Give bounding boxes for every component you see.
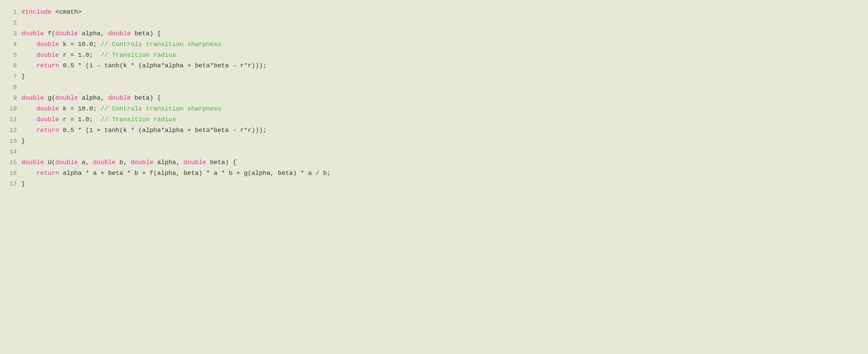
token-kw: double [36,116,59,123]
token-plain: U( [44,159,55,166]
line-number: 6 [9,61,21,71]
line-content: double U(double a, double b, double alph… [21,157,859,168]
code-line: 15double U(double a, double b, double al… [9,157,859,168]
line-content: } [21,136,859,147]
token-plain: alpha, [78,95,108,101]
code-line: 4 double k = 10.0; // Controls transitio… [9,39,859,50]
code-line: 7} [9,71,859,82]
line-content: return 0.5 * (1 + tanh(k * (alpha*alpha … [21,125,859,136]
token-plain: alpha, [78,30,108,37]
token-comment: // Transition radius [101,116,176,123]
token-kw: double [108,95,131,101]
line-number: 10 [9,104,21,114]
token-plain: b, [116,159,131,166]
token-comment: // Transition radius [101,52,176,59]
line-content [21,147,859,157]
line-content: double r = 1.0; // Transition radius [21,114,859,125]
token-kw: double [131,159,153,166]
token-kw: double [55,159,78,166]
code-line: 5 double r = 1.0; // Transition radius [9,50,859,61]
line-content [21,18,859,28]
line-number: 4 [9,39,21,50]
code-line: 14 [9,147,859,157]
line-content: double f(double alpha, double beta) { [21,28,859,39]
token-plain: g( [44,95,55,101]
line-number: 3 [9,29,21,39]
token-plain [21,52,36,59]
token-plain [21,105,36,112]
token-kw: double [21,30,44,37]
line-number: 2 [9,18,21,28]
token-kw: #include [21,8,52,15]
token-kw: return [36,127,59,134]
code-line: 16 return alpha * a + beta * b + f(alpha… [9,168,859,179]
code-line: 11 double r = 1.0; // Transition radius [9,114,859,125]
token-kw: double [93,159,116,166]
token-kw: double [36,41,59,48]
code-line: 9double g(double alpha, double beta) { [9,93,859,103]
line-number: 11 [9,115,21,125]
token-plain: } [21,181,25,187]
token-plain: 0.5 * (1 - tanh(k * (alpha*alpha + beta*… [59,62,267,69]
token-kw: double [55,30,78,37]
code-line: 3double f(double alpha, double beta) { [9,28,859,39]
token-plain: beta) { [131,30,161,37]
line-content: double k = 10.0; // Controls transition … [21,103,859,114]
token-kw: double [36,105,59,112]
token-plain: 0.5 * (1 + tanh(k * (alpha*alpha + beta*… [59,127,267,134]
token-plain: alpha * a + beta * b + f(alpha, beta) * … [59,170,331,177]
line-content: double g(double alpha, double beta) { [21,93,859,103]
line-content: } [21,179,859,189]
line-number: 5 [9,50,21,61]
token-kw: double [21,95,44,101]
line-content: double r = 1.0; // Transition radius [21,50,859,61]
line-content: return alpha * a + beta * b + f(alpha, b… [21,168,859,179]
line-number: 8 [9,83,21,93]
line-number: 15 [9,158,21,168]
line-content [21,82,859,93]
code-editor: 1#include <cmath>2 3double f(double alph… [9,7,859,189]
token-plain: f( [44,30,55,37]
line-number: 12 [9,126,21,136]
line-content: return 0.5 * (1 - tanh(k * (alpha*alpha … [21,60,859,71]
token-kw: double [184,159,206,166]
code-line: 1#include <cmath> [9,7,859,18]
line-number: 17 [9,179,21,189]
token-plain: beta) { [131,95,161,101]
token-plain: } [21,138,25,144]
token-plain: <cmath> [52,8,82,15]
code-line: 6 return 0.5 * (1 - tanh(k * (alpha*alph… [9,60,859,71]
code-line: 12 return 0.5 * (1 + tanh(k * (alpha*alp… [9,125,859,136]
token-plain: beta) { [206,159,236,166]
line-number: 16 [9,168,21,179]
line-number: 13 [9,136,21,147]
code-line: 8 [9,82,859,93]
token-plain: } [21,73,25,80]
token-plain: a, [78,159,93,166]
token-plain [21,41,36,48]
line-content: } [21,71,859,82]
token-plain: k = 10.0; [59,41,101,48]
code-line: 2 [9,18,859,28]
token-comment: // Controls transition sharpness [101,105,221,112]
line-content: double k = 10.0; // Controls transition … [21,39,859,50]
token-kw: double [21,159,44,166]
token-kw: double [36,52,59,59]
token-plain: k = 10.0; [59,105,101,112]
token-plain: r = 1.0; [59,116,101,123]
token-kw: double [108,30,131,37]
token-kw: return [36,170,59,177]
token-plain [21,116,36,123]
token-kw: return [36,62,59,69]
code-line: 13} [9,136,859,147]
line-number: 14 [9,147,21,157]
line-number: 9 [9,93,21,103]
line-number: 1 [9,7,21,18]
token-kw: double [55,95,78,101]
code-line: 10 double k = 10.0; // Controls transiti… [9,103,859,114]
token-plain: alpha, [153,159,183,166]
code-line: 17} [9,179,859,189]
token-plain [21,62,36,69]
token-plain [21,170,36,177]
token-plain: r = 1.0; [59,52,101,59]
